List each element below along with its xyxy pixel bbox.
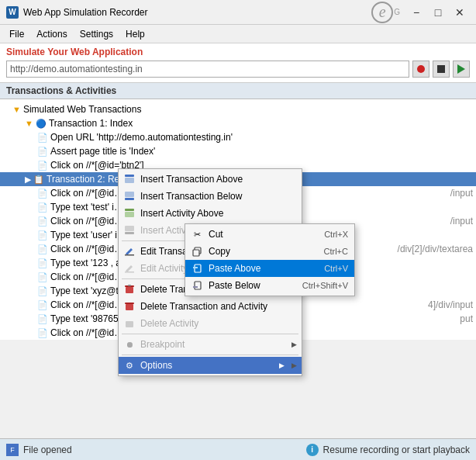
svg-rect-7: [125, 232, 134, 234]
tree-root[interactable]: ▼ Simulated Web Transactions: [0, 102, 476, 116]
close-button[interactable]: ✕: [450, 4, 470, 21]
options-submenu: ✂ Cut Ctrl+X Copy Ctrl+C Paste Above Ctr…: [185, 223, 355, 296]
tree-item-label: Click on //*[@id…: [50, 327, 123, 338]
menu-file[interactable]: File: [3, 27, 30, 41]
copy-icon: [190, 244, 204, 258]
ctx-label: Delete Activity: [140, 318, 198, 329]
ctx-insert-tx-above[interactable]: Insert Transaction Above: [119, 171, 302, 188]
ctx-label: Delete Transaction and Activity: [140, 301, 267, 312]
folder-icon: ▼: [25, 119, 33, 128]
svg-rect-8: [125, 254, 134, 256]
sub-shortcut: Ctrl+V: [324, 264, 348, 273]
insert-icon: [123, 173, 136, 185]
app-title: Web App Simulation Recorder: [23, 7, 371, 18]
sub-copy[interactable]: Copy Ctrl+C: [185, 243, 354, 260]
maximize-button[interactable]: □: [428, 4, 448, 21]
ctx-label: Insert Activity Above: [140, 208, 223, 219]
menu-settings[interactable]: Settings: [74, 27, 119, 41]
doc-icon: 📄: [37, 161, 48, 171]
edit-icon: [123, 262, 136, 275]
svg-rect-13: [126, 304, 133, 310]
play-button[interactable]: [453, 61, 470, 78]
stop-button[interactable]: [433, 61, 450, 78]
menu-actions[interactable]: Actions: [30, 27, 73, 41]
ctx-insert-act-above[interactable]: Insert Activity Above: [119, 205, 302, 222]
tree-tx1-label: Transaction 1: Index: [49, 118, 133, 129]
sub-label: Copy: [209, 246, 230, 257]
tree-item-label: Type text 'user' i…: [50, 230, 126, 240]
status-left: F File opened: [6, 444, 72, 456]
tree-item-label: Open URL 'http://demo.automationtesting.…: [50, 132, 233, 143]
tree-item-assert[interactable]: 📄 Assert page title is 'Index': [0, 144, 476, 158]
ctx-insert-tx-below[interactable]: Insert Transaction Below: [119, 188, 302, 205]
folder-icon: ▼: [12, 105, 21, 114]
doc-icon: 📄: [37, 286, 48, 296]
sub-shortcut: Ctrl+Shift+V: [302, 281, 348, 290]
title-bar: W Web App Simulation Recorder e G − □ ✕: [0, 0, 476, 25]
sub-cut[interactable]: ✂ Cut Ctrl+X: [185, 226, 354, 243]
minimize-button[interactable]: −: [406, 4, 426, 21]
tree-item-label: Type text 'xyz@t…: [50, 285, 128, 296]
insert-icon: [123, 207, 136, 220]
extra-info: /div[2]/div/textarea: [398, 244, 476, 254]
paste-icon: [190, 261, 204, 275]
sub-label: Paste Below: [209, 280, 260, 291]
ctx-label: Insert Transaction Below: [140, 191, 242, 202]
tree-item-label: Assert page title is 'Index': [50, 146, 155, 157]
ctx-options[interactable]: ⚙ Options ▶: [119, 357, 302, 374]
stop-icon: [437, 65, 445, 73]
menu-bar: File Actions Settings Help: [0, 25, 476, 43]
delete-icon: [123, 300, 136, 313]
simulate-label: Simulate Your Web Application: [6, 47, 470, 57]
svg-rect-0: [125, 175, 134, 177]
url-input[interactable]: [6, 61, 409, 78]
simulate-section: Simulate Your Web Application: [0, 43, 476, 83]
svg-rect-14: [125, 303, 134, 304]
status-right: i Resume recording or start playback: [306, 444, 470, 456]
tree-item-label: Click on //*[@id…: [50, 244, 123, 254]
svg-rect-3: [125, 198, 134, 200]
doc-icon: 📄: [37, 328, 48, 338]
ctx-delete-tx-act[interactable]: Delete Transaction and Activity: [119, 298, 302, 315]
svg-rect-20: [195, 282, 201, 289]
breakpoint-icon: ⏺: [123, 338, 136, 351]
tree-item-open-url[interactable]: 📄 Open URL 'http://demo.automationtestin…: [0, 130, 476, 144]
submenu-arrow: ▶: [279, 361, 295, 369]
doc-icon: 📄: [37, 202, 48, 213]
svg-rect-4: [125, 209, 134, 211]
tree-transaction-1[interactable]: ▼ 🔵 Transaction 1: Index: [0, 116, 476, 130]
doc-icon: 📄: [37, 272, 48, 282]
record-button[interactable]: [412, 61, 429, 78]
extra-info: 4]/div/input: [428, 299, 476, 310]
insert-icon: [123, 190, 136, 202]
doc-icon: 📄: [37, 314, 48, 324]
svg-rect-17: [193, 250, 199, 256]
menu-help[interactable]: Help: [119, 27, 151, 41]
tree-item-label: Click on //*[@id…: [50, 299, 123, 310]
svg-rect-10: [126, 287, 133, 293]
ctx-delete-act[interactable]: Delete Activity: [119, 315, 302, 332]
sub-shortcut: Ctrl+X: [324, 230, 348, 239]
doc-icon: 📄: [37, 258, 48, 268]
scissors-icon: ✂: [190, 227, 204, 241]
sub-paste-above[interactable]: Paste Above Ctrl+V: [185, 260, 354, 277]
svg-rect-9: [125, 272, 134, 273]
extra-info: put: [460, 313, 476, 324]
ctx-label: Options: [140, 360, 172, 371]
info-icon: i: [306, 444, 319, 456]
ctx-label: Edit Activity: [140, 263, 188, 274]
file-status-text: File opened: [23, 444, 72, 455]
doc-icon: 📄: [37, 244, 48, 254]
extra-info: /input: [450, 188, 476, 199]
tree-item-label: Type text 'test' i…: [50, 202, 123, 213]
sub-label: Cut: [209, 229, 223, 240]
ctx-breakpoint[interactable]: ⏺ Breakpoint: [119, 336, 302, 353]
app-icon: W: [6, 6, 19, 19]
sub-label: Paste Above: [209, 263, 260, 274]
tree-item-label: Click on //*[@id…: [50, 216, 123, 227]
url-bar-row: [6, 61, 470, 78]
doc-icon: 📄: [37, 216, 48, 227]
insert-icon: [123, 224, 136, 237]
sub-paste-below[interactable]: Paste Below Ctrl+Shift+V: [185, 277, 354, 294]
tree-item-label: Type text '98765…: [50, 313, 128, 324]
